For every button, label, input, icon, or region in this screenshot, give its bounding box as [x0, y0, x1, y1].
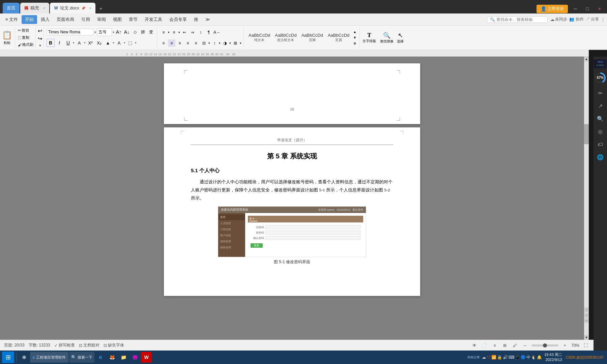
style-normal[interactable]: AaBbCcDd 纯文本 — [247, 32, 272, 43]
line-spacing-button[interactable]: ↕ — [211, 39, 218, 47]
tray-phone-icon[interactable]: 📱 — [515, 355, 520, 360]
menu-insert[interactable]: 插入 — [37, 15, 53, 24]
menu-more[interactable]: ≫ — [202, 16, 213, 23]
fullscreen-button[interactable]: ⛶ — [582, 342, 589, 349]
sidebar-tool-globe[interactable]: 🌐 — [595, 152, 606, 163]
menu-review[interactable]: 审阅 — [94, 15, 109, 24]
command-search[interactable]: 🔍 — [487, 16, 548, 23]
text-dir-button[interactable]: A→ — [213, 29, 221, 36]
select-button[interactable]: ↖ 选择 — [397, 32, 404, 44]
underline-dropdown[interactable]: ▾ — [73, 41, 75, 44]
tray-bluetooth-icon[interactable]: 🔵 — [521, 355, 526, 360]
restore-button[interactable]: □ — [583, 4, 592, 13]
taskbar-app-fan[interactable]: ❄ — [19, 352, 29, 363]
font-name-selector[interactable]: Times New Roma — [47, 29, 94, 35]
undo-dropdown[interactable]: ▾ — [39, 43, 41, 48]
superscript-button[interactable]: X² — [86, 39, 94, 47]
format-painter-button[interactable]: 🖌格式刷 — [18, 42, 33, 47]
web-layout-button[interactable]: ⊞ — [501, 342, 509, 349]
style-comment[interactable]: AaBbCcDd 批注框文本 — [273, 32, 298, 43]
bold-button[interactable]: B — [47, 39, 55, 47]
menu-view[interactable]: 视图 — [110, 15, 125, 24]
scroll-page-down[interactable]: ↓ — [584, 313, 589, 317]
tab-doc-pin[interactable]: 📌 — [81, 6, 85, 10]
close-button[interactable]: × — [595, 4, 604, 13]
paragraph-mark-button[interactable]: ¶ — [205, 29, 212, 36]
sidebar-tool-tag[interactable]: 🏷 — [595, 139, 606, 150]
indent-inc-button[interactable]: ⇒ — [189, 29, 196, 36]
taskbar-app-firefox[interactable]: 🦊 — [107, 352, 117, 363]
tray-qq-icon[interactable]: 🐧 — [531, 355, 536, 360]
subscript-button[interactable]: X₂ — [95, 39, 103, 47]
col-layout-button[interactable]: ⊟ — [200, 39, 208, 47]
font-color-dropdown[interactable]: ▾ — [84, 41, 86, 44]
vertical-scrollbar[interactable]: ▲ ↑ ↓ ⋯ ▼ — [584, 57, 589, 340]
tray-input-icon[interactable]: 中 — [526, 355, 530, 360]
minimize-button[interactable]: ─ — [571, 4, 580, 13]
shading-button[interactable]: ◑ — [221, 39, 229, 47]
style-dropdown[interactable]: ▲ ▼ ⊕ — [352, 29, 357, 46]
clear-format-button[interactable]: ◇ — [131, 28, 139, 36]
border-dropdown[interactable]: ▾ — [135, 41, 137, 44]
tab-add-button[interactable]: + — [96, 4, 106, 13]
menu-chapter[interactable]: 章节 — [125, 15, 141, 24]
missing-font-button[interactable]: ⊡ 缺失字体 — [104, 342, 124, 348]
zoom-slider[interactable] — [531, 344, 558, 346]
sidebar-tool-edit[interactable]: ✏ — [595, 88, 606, 99]
menu-reference[interactable]: 引用 — [78, 15, 93, 24]
find-replace-button[interactable]: 🔍 查找替换 — [380, 32, 394, 44]
highlight-button[interactable]: ▲ — [104, 39, 112, 47]
search-input[interactable] — [496, 17, 544, 22]
tab-doc-close[interactable]: × — [89, 6, 91, 10]
align-right-button[interactable]: ≡ — [176, 39, 183, 47]
phonetic-button[interactable]: 拼 — [139, 28, 147, 36]
taskbar-app-angry[interactable]: 👿 — [129, 352, 140, 363]
taskbar-app-ie2[interactable]: e — [95, 352, 106, 363]
tray-more-icon[interactable]: ⌨ — [509, 355, 514, 360]
sidebar-tool-cursor[interactable]: ↗ — [595, 101, 606, 112]
print-layout-button[interactable]: 📄 — [481, 342, 488, 349]
underline-button[interactable]: U — [64, 39, 72, 47]
zoom-out-button[interactable]: ─ — [521, 342, 529, 349]
zoom-in-button[interactable]: + — [561, 342, 569, 349]
highlight-dropdown[interactable]: ▾ — [113, 41, 114, 44]
sidebar-tool-search[interactable]: 🔍 — [595, 114, 606, 124]
list-bullet-dropdown[interactable]: ▾ — [168, 31, 170, 34]
tab-doc[interactable]: W 论文.docx 📌 × — [50, 3, 95, 13]
distributed-button[interactable]: ≡ — [192, 39, 200, 47]
font-size-selector[interactable]: 五号 — [97, 28, 112, 36]
spell-check-button[interactable]: ✓ 拼写检查 — [54, 342, 75, 348]
list-number-button[interactable]: ≡ — [170, 29, 178, 36]
tray-vpn-icon[interactable]: 🔒 — [497, 355, 502, 360]
taskbar-app-ie[interactable]: e 工程项目管理软件 — [30, 352, 68, 363]
outline-view-button[interactable]: ≡ — [491, 342, 498, 349]
redo-button[interactable]: ↪ — [38, 35, 42, 42]
tab-wps[interactable]: 稿 稿壳 × — [20, 3, 49, 13]
csdn-brand[interactable]: CSDN @QQ3295391197 — [565, 356, 605, 359]
menu-devtools[interactable]: 开发工具 — [141, 15, 166, 24]
line-spacing-dropdown[interactable]: ▾ — [219, 41, 221, 45]
start-button[interactable]: ⊞ — [2, 352, 14, 363]
text-layout-button[interactable]: 𝐓 文字排版 — [363, 32, 376, 43]
scroll-page-up[interactable]: ↑ — [584, 307, 589, 312]
border-all-dropdown[interactable]: ▾ — [240, 41, 241, 45]
list-bullet-button[interactable]: ≡ — [160, 29, 167, 36]
sidebar-tool-target[interactable]: ◎ — [595, 126, 606, 137]
tray-speaker-icon[interactable]: 🔊 — [503, 355, 508, 360]
border-button[interactable]: ⬚ — [126, 39, 134, 47]
system-clock[interactable]: 19:43 周二 2022/9/13 — [543, 352, 563, 363]
scroll-settings[interactable]: ⋯ — [584, 318, 589, 323]
copy-button[interactable]: ⬚复制 — [18, 35, 33, 40]
tab-home[interactable]: 首页 — [3, 3, 20, 13]
justify-button[interactable]: ≡ — [184, 39, 192, 47]
share-button[interactable]: ↗ 分享 — [586, 17, 599, 22]
font-grow-button[interactable]: A↑ — [115, 28, 122, 36]
read-mode-button[interactable]: 👁 — [471, 342, 478, 349]
char-shade-dropdown[interactable]: ▾ — [124, 41, 125, 44]
align-left-button[interactable]: ≡ — [160, 39, 167, 47]
italic-button[interactable]: I — [55, 39, 63, 47]
border-all-button[interactable]: ⊞ — [232, 39, 239, 47]
taskbar-app-search[interactable]: 🔍 搜索一下 — [69, 352, 94, 363]
tray-cloud-icon[interactable]: ☁ — [482, 355, 486, 360]
menu-layout[interactable]: 页面布局 — [53, 15, 78, 24]
